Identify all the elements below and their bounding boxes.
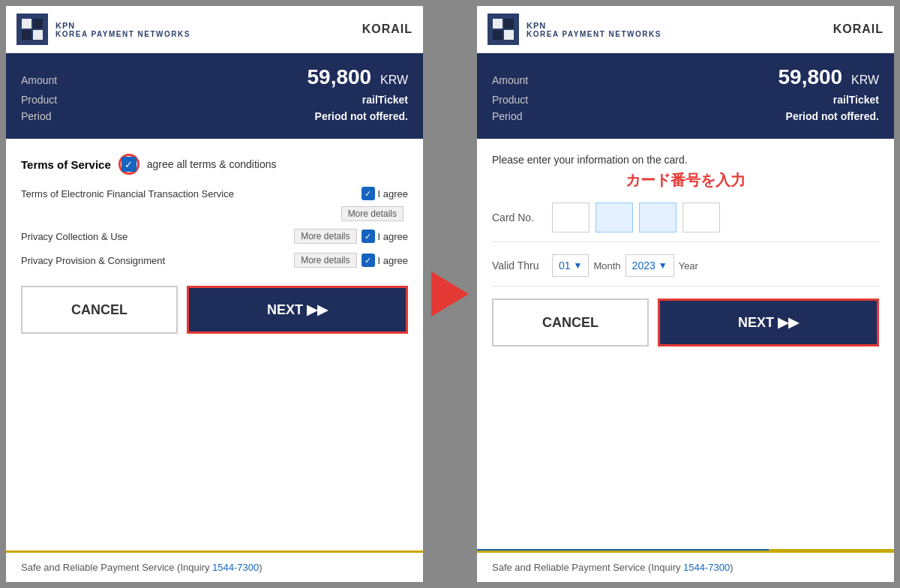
right-footer: Safe and Reliable Payment Service (Inqui… xyxy=(477,550,894,582)
left-next-button[interactable]: NEXT ▶▶ xyxy=(187,286,408,334)
right-footer-text: Safe and Reliable Payment Service (Inqui… xyxy=(492,562,683,573)
card-form-title: Please enter your information on the car… xyxy=(492,154,879,166)
left-amount-label: Amount xyxy=(21,74,57,86)
left-amount-number: 59,800 xyxy=(308,65,372,88)
terms-row1-label: Terms of Electronic Financial Transactio… xyxy=(21,188,362,200)
right-logo-cell-4 xyxy=(504,30,514,40)
terms-row1-more-btn[interactable]: More details xyxy=(341,206,404,221)
logo-cell-1 xyxy=(22,19,32,28)
right-amount-number: 59,800 xyxy=(778,65,843,88)
left-product-row: Product railTicket xyxy=(21,94,408,106)
right-logo-box xyxy=(488,14,519,45)
left-amount-row: Amount 59,800 KRW xyxy=(21,65,408,89)
left-kpn-label: KPN xyxy=(56,21,190,30)
terms-row-2: Privacy Collection & Use More details ✓ … xyxy=(21,229,408,244)
agree-all-text: agree all terms & conditions xyxy=(147,158,277,170)
valid-thru-row: Valid Thru 01 ▼ Month 2023 ▼ Year xyxy=(492,254,879,286)
right-logo-area: KPN KOREA PAYMENT NETWORKS xyxy=(488,14,662,45)
right-amount-value: 59,800 KRW xyxy=(778,65,879,89)
right-footer-close: ) xyxy=(730,562,733,573)
terms-title: Terms of Service xyxy=(21,158,111,171)
right-product-row: Product railTicket xyxy=(492,94,879,106)
terms-row2-checkbox[interactable]: ✓ xyxy=(362,230,375,243)
terms-row3-agree: I agree xyxy=(378,255,408,266)
left-product-value: railTicket xyxy=(362,94,408,106)
left-footer: Safe and Reliable Payment Service (Inqui… xyxy=(6,550,423,582)
left-period-row: Period Period not offered. xyxy=(21,110,408,122)
right-logo-cell-2 xyxy=(504,19,514,28)
left-amount-value: 59,800 KRW xyxy=(308,65,408,89)
terms-row1-more-row: More details xyxy=(21,206,408,221)
right-amount-currency: KRW xyxy=(851,74,879,86)
right-content: Please enter your information on the car… xyxy=(477,139,894,549)
year-label: Year xyxy=(679,260,698,272)
right-amount-row: Amount 59,800 KRW xyxy=(492,65,879,89)
left-period-value: Period not offered. xyxy=(315,110,408,122)
right-logo-full-label: KOREA PAYMENT NETWORKS xyxy=(526,30,662,38)
terms-row2-more-btn[interactable]: More details xyxy=(294,229,356,244)
terms-header: Terms of Service ✓ agree all terms & con… xyxy=(21,154,408,175)
right-cancel-button[interactable]: CANCEL xyxy=(492,298,649,346)
transition-arrow-container xyxy=(428,6,472,582)
right-client-label: KORAIL xyxy=(833,22,884,36)
right-footer-phone[interactable]: 1544-7300 xyxy=(683,562,730,573)
left-amount-currency: KRW xyxy=(380,74,408,86)
right-period-row: Period Period not offered. xyxy=(492,110,879,122)
left-info-section: Amount 59,800 KRW Product railTicket Per… xyxy=(6,53,423,139)
left-header: KPN KOREA PAYMENT NETWORKS KORAIL xyxy=(6,6,423,53)
right-logo-cell-1 xyxy=(493,19,502,28)
terms-row-3: Privacy Provision & Consignment More det… xyxy=(21,253,408,268)
left-cancel-button[interactable]: CANCEL xyxy=(21,286,178,334)
month-label: Month xyxy=(593,260,620,272)
logo-cell-2 xyxy=(33,19,43,28)
right-product-label: Product xyxy=(492,94,528,106)
terms-row2-agree: I agree xyxy=(378,231,408,242)
terms-row1-agree: I agree xyxy=(378,188,408,200)
terms-row-1: Terms of Electronic Financial Transactio… xyxy=(21,187,408,200)
terms-row1-checkbox[interactable]: ✓ xyxy=(362,187,375,200)
right-next-button[interactable]: NEXT ▶▶ xyxy=(658,298,879,346)
left-footer-close: ) xyxy=(259,562,262,573)
left-footer-phone[interactable]: 1544-7300 xyxy=(212,562,259,573)
japanese-label: カード番号を入力 xyxy=(492,170,879,190)
left-logo-text: KPN KOREA PAYMENT NETWORKS xyxy=(56,21,190,38)
card-input-1[interactable] xyxy=(552,202,590,232)
right-btn-row: CANCEL NEXT ▶▶ xyxy=(492,298,879,346)
left-logo-area: KPN KOREA PAYMENT NETWORKS xyxy=(16,14,190,45)
main-container: KPN KOREA PAYMENT NETWORKS KORAIL Amount… xyxy=(0,0,900,588)
right-kpn-label: KPN xyxy=(526,21,662,30)
right-header: KPN KOREA PAYMENT NETWORKS KORAIL xyxy=(477,6,894,53)
card-input-4[interactable] xyxy=(682,202,720,232)
year-value: 2023 xyxy=(632,260,656,272)
month-select[interactable]: 01 ▼ xyxy=(552,254,589,277)
card-no-label: Card No. xyxy=(492,212,552,224)
card-input-3[interactable] xyxy=(639,202,676,232)
year-select[interactable]: 2023 ▼ xyxy=(626,254,674,277)
left-logo-grid xyxy=(22,19,43,40)
year-arrow-icon: ▼ xyxy=(658,260,668,271)
terms-row2-label: Privacy Collection & Use xyxy=(21,231,294,242)
left-client-label: KORAIL xyxy=(362,22,412,36)
red-arrow-icon xyxy=(431,272,469,316)
terms-row3-checkbox[interactable]: ✓ xyxy=(362,254,375,267)
right-panel: KPN KOREA PAYMENT NETWORKS KORAIL Amount… xyxy=(477,6,894,582)
terms-row3-label: Privacy Provision & Consignment xyxy=(21,255,294,266)
card-inputs xyxy=(552,202,879,232)
right-logo-cell-3 xyxy=(493,30,502,40)
valid-thru-inputs: 01 ▼ Month 2023 ▼ Year xyxy=(552,254,879,277)
right-product-value: railTicket xyxy=(833,94,879,106)
left-footer-text: Safe and Reliable Payment Service (Inqui… xyxy=(21,562,212,573)
logo-cell-3 xyxy=(22,30,32,40)
agree-all-checkbox-circle[interactable]: ✓ xyxy=(118,154,140,175)
right-period-value: Period not offered. xyxy=(786,110,879,122)
terms-row3-more-btn[interactable]: More details xyxy=(294,253,356,268)
logo-cell-4 xyxy=(33,30,43,40)
card-no-row: Card No. xyxy=(492,202,879,242)
left-logo-full-label: KOREA PAYMENT NETWORKS xyxy=(56,30,190,38)
left-btn-row: CANCEL NEXT ▶▶ xyxy=(21,286,408,334)
right-logo-grid xyxy=(493,19,514,40)
right-logo-text: KPN KOREA PAYMENT NETWORKS xyxy=(526,21,662,38)
left-product-label: Product xyxy=(21,94,57,106)
card-input-2[interactable] xyxy=(596,202,633,232)
right-info-section: Amount 59,800 KRW Product railTicket Per… xyxy=(477,53,894,139)
